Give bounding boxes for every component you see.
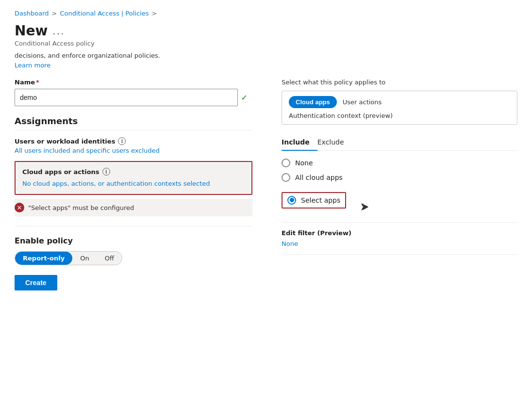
users-link[interactable]: All users included and specific users ex… bbox=[15, 147, 252, 154]
tab-exclude[interactable]: Exclude bbox=[317, 134, 352, 151]
radio-select-label: Select apps bbox=[301, 196, 340, 204]
error-icon: ✕ bbox=[15, 203, 24, 212]
left-column: Name* ✓ Assignments Users or workload id… bbox=[15, 79, 252, 290]
page-title: New bbox=[15, 23, 48, 39]
learn-more-link[interactable]: Learn more bbox=[15, 62, 50, 69]
error-row: ✕ "Select apps" must be configured bbox=[15, 199, 252, 216]
name-input[interactable] bbox=[15, 89, 238, 106]
create-button[interactable]: Create bbox=[15, 275, 57, 290]
cursor-pointer-icon: ⮞ bbox=[361, 202, 369, 212]
tab-include[interactable]: Include bbox=[282, 134, 317, 151]
cloud-apps-pill[interactable]: Cloud apps bbox=[289, 96, 337, 108]
cloud-apps-title: Cloud apps or actions i bbox=[22, 168, 245, 176]
toggle-on[interactable]: On bbox=[72, 252, 97, 265]
users-info-icon[interactable]: i bbox=[118, 137, 126, 145]
enable-policy-title: Enable policy bbox=[15, 236, 252, 245]
right-column: Select what this policy applies to Cloud… bbox=[282, 79, 517, 261]
applies-label: Select what this policy applies to bbox=[282, 79, 517, 86]
breadcrumb-dashboard[interactable]: Dashboard bbox=[15, 10, 49, 17]
toggle-off[interactable]: Off bbox=[97, 252, 122, 265]
breadcrumb-policies[interactable]: Conditional Access | Policies bbox=[60, 10, 149, 17]
enable-policy-toggle: Report-only On Off bbox=[15, 251, 122, 265]
edit-filter-label: Edit filter (Preview) bbox=[282, 229, 517, 237]
tab-bar: Include Exclude bbox=[282, 134, 517, 151]
edit-filter-bottom-divider bbox=[282, 254, 517, 255]
radio-select-circle bbox=[287, 196, 296, 205]
toggle-report-only[interactable]: Report-only bbox=[15, 252, 72, 265]
edit-filter-value[interactable]: None bbox=[282, 240, 298, 247]
more-options-icon[interactable]: ... bbox=[52, 25, 65, 37]
user-actions-option[interactable]: User actions bbox=[341, 96, 384, 108]
breadcrumb-sep-2: > bbox=[151, 10, 157, 17]
radio-group: None All cloud apps Select apps ⮞ bbox=[282, 159, 517, 212]
error-text: "Select apps" must be configured bbox=[28, 204, 134, 211]
name-label: Name* bbox=[15, 79, 252, 86]
edit-filter-divider bbox=[282, 222, 517, 223]
assignments-title: Assignments bbox=[15, 116, 252, 130]
required-marker: * bbox=[36, 79, 39, 86]
radio-select-apps[interactable]: Select apps ⮞ bbox=[282, 188, 517, 212]
radio-all-cloud-apps[interactable]: All cloud apps bbox=[282, 173, 517, 182]
select-apps-highlighted: Select apps bbox=[282, 192, 346, 209]
auth-context-option[interactable]: Authentication context (preview) bbox=[289, 112, 510, 119]
cloud-apps-message: No cloud apps, actions, or authenticatio… bbox=[22, 179, 245, 188]
radio-none-label: None bbox=[295, 159, 313, 167]
radio-all-label: All cloud apps bbox=[295, 174, 343, 181]
radio-all-circle bbox=[282, 173, 290, 182]
divider-1 bbox=[15, 226, 252, 226]
breadcrumb-sep-1: > bbox=[52, 10, 57, 17]
radio-none[interactable]: None bbox=[282, 159, 517, 167]
radio-none-circle bbox=[282, 159, 290, 167]
page-subtitle: Conditional Access policy bbox=[15, 40, 517, 47]
check-icon: ✓ bbox=[241, 93, 248, 102]
radio-select-inner bbox=[290, 198, 294, 202]
applies-options-box: Cloud apps User actions Authentication c… bbox=[282, 91, 517, 125]
users-label: Users or workload identities i bbox=[15, 137, 252, 145]
breadcrumb: Dashboard > Conditional Access | Policie… bbox=[15, 10, 517, 17]
page-description: decisions, and enforce organizational po… bbox=[15, 52, 517, 59]
cloud-apps-box: Cloud apps or actions i No cloud apps, a… bbox=[15, 161, 252, 195]
cloud-apps-info-icon[interactable]: i bbox=[102, 168, 110, 176]
